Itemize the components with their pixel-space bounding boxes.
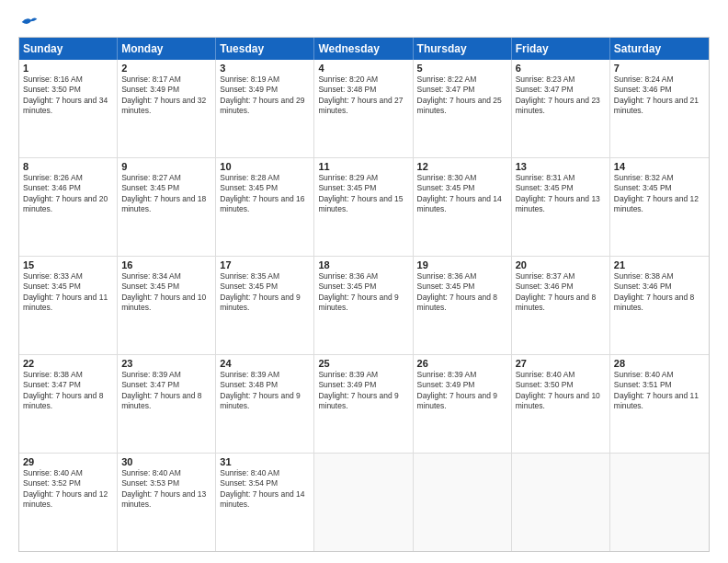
- day-number: 25: [318, 358, 408, 369]
- cal-week-2: 8Sunrise: 8:26 AMSunset: 3:46 PMDaylight…: [19, 158, 709, 257]
- cal-cell-day-5: 5Sunrise: 8:22 AMSunset: 3:47 PMDaylight…: [414, 60, 512, 157]
- cell-info: Sunrise: 8:39 AMSunset: 3:49 PMDaylight:…: [318, 370, 408, 412]
- logo-text: [18, 15, 39, 29]
- cal-cell-day-7: 7Sunrise: 8:24 AMSunset: 3:46 PMDaylight…: [610, 60, 709, 157]
- cell-info: Sunrise: 8:22 AMSunset: 3:47 PMDaylight:…: [417, 75, 507, 117]
- cal-header-monday: Monday: [118, 38, 216, 60]
- cal-cell-day-23: 23Sunrise: 8:39 AMSunset: 3:47 PMDayligh…: [118, 355, 216, 453]
- day-number: 15: [23, 259, 113, 270]
- day-number: 10: [220, 161, 310, 172]
- cell-info: Sunrise: 8:30 AMSunset: 3:45 PMDaylight:…: [417, 173, 507, 215]
- cell-info: Sunrise: 8:29 AMSunset: 3:45 PMDaylight:…: [318, 173, 408, 215]
- cell-info: Sunrise: 8:38 AMSunset: 3:46 PMDaylight:…: [614, 271, 705, 314]
- cell-info: Sunrise: 8:40 AMSunset: 3:52 PMDaylight:…: [23, 468, 113, 511]
- cal-cell-day-9: 9Sunrise: 8:27 AMSunset: 3:45 PMDaylight…: [118, 158, 216, 256]
- cal-cell-day-18: 18Sunrise: 8:36 AMSunset: 3:45 PMDayligh…: [314, 257, 413, 354]
- cal-cell-empty: [314, 454, 413, 551]
- cell-info: Sunrise: 8:38 AMSunset: 3:47 PMDaylight:…: [23, 370, 113, 412]
- cal-cell-day-12: 12Sunrise: 8:30 AMSunset: 3:45 PMDayligh…: [414, 158, 512, 256]
- cal-cell-day-22: 22Sunrise: 8:38 AMSunset: 3:47 PMDayligh…: [19, 355, 118, 453]
- cal-header-sunday: Sunday: [19, 38, 118, 60]
- logo: [18, 15, 39, 29]
- cal-cell-day-20: 20Sunrise: 8:37 AMSunset: 3:46 PMDayligh…: [512, 257, 610, 354]
- day-number: 30: [121, 456, 211, 467]
- day-number: 24: [220, 358, 310, 369]
- cal-header-friday: Friday: [512, 38, 610, 60]
- cell-info: Sunrise: 8:19 AMSunset: 3:49 PMDaylight:…: [220, 75, 310, 117]
- day-number: 2: [121, 63, 211, 74]
- cell-info: Sunrise: 8:35 AMSunset: 3:45 PMDaylight:…: [220, 271, 310, 314]
- day-number: 16: [121, 259, 211, 270]
- cal-cell-day-24: 24Sunrise: 8:39 AMSunset: 3:48 PMDayligh…: [216, 355, 314, 453]
- day-number: 19: [417, 259, 507, 270]
- cell-info: Sunrise: 8:39 AMSunset: 3:47 PMDaylight:…: [121, 370, 211, 412]
- day-number: 31: [220, 456, 310, 467]
- cal-cell-day-26: 26Sunrise: 8:39 AMSunset: 3:49 PMDayligh…: [414, 355, 512, 453]
- day-number: 27: [516, 358, 606, 369]
- cell-info: Sunrise: 8:16 AMSunset: 3:50 PMDaylight:…: [23, 75, 113, 117]
- cal-cell-empty: [414, 454, 512, 551]
- day-number: 14: [614, 161, 705, 172]
- cell-info: Sunrise: 8:36 AMSunset: 3:45 PMDaylight:…: [417, 271, 507, 314]
- day-number: 1: [23, 63, 113, 74]
- cell-info: Sunrise: 8:40 AMSunset: 3:50 PMDaylight:…: [516, 370, 606, 412]
- cal-cell-day-25: 25Sunrise: 8:39 AMSunset: 3:49 PMDayligh…: [314, 355, 413, 453]
- day-number: 20: [516, 259, 606, 270]
- day-number: 17: [220, 259, 310, 270]
- day-number: 7: [614, 63, 705, 74]
- day-number: 3: [220, 63, 310, 74]
- cal-cell-day-14: 14Sunrise: 8:32 AMSunset: 3:45 PMDayligh…: [610, 158, 709, 256]
- calendar-header: SundayMondayTuesdayWednesdayThursdayFrid…: [19, 38, 709, 60]
- cal-cell-empty: [610, 454, 709, 551]
- cal-header-tuesday: Tuesday: [216, 38, 314, 60]
- cell-info: Sunrise: 8:31 AMSunset: 3:45 PMDaylight:…: [516, 173, 606, 215]
- cal-cell-day-19: 19Sunrise: 8:36 AMSunset: 3:45 PMDayligh…: [414, 257, 512, 354]
- day-number: 21: [614, 259, 705, 270]
- cal-cell-day-3: 3Sunrise: 8:19 AMSunset: 3:49 PMDaylight…: [216, 60, 314, 157]
- cal-week-4: 22Sunrise: 8:38 AMSunset: 3:47 PMDayligh…: [19, 355, 709, 454]
- day-number: 18: [318, 259, 408, 270]
- cal-cell-day-2: 2Sunrise: 8:17 AMSunset: 3:49 PMDaylight…: [118, 60, 216, 157]
- cal-cell-day-17: 17Sunrise: 8:35 AMSunset: 3:45 PMDayligh…: [216, 257, 314, 354]
- day-number: 5: [417, 63, 507, 74]
- cell-info: Sunrise: 8:33 AMSunset: 3:45 PMDaylight:…: [23, 271, 113, 314]
- day-number: 23: [121, 358, 211, 369]
- day-number: 8: [23, 161, 113, 172]
- cal-cell-day-31: 31Sunrise: 8:40 AMSunset: 3:54 PMDayligh…: [216, 454, 314, 551]
- day-number: 13: [516, 161, 606, 172]
- cal-cell-day-4: 4Sunrise: 8:20 AMSunset: 3:48 PMDaylight…: [314, 60, 413, 157]
- calendar-body: 1Sunrise: 8:16 AMSunset: 3:50 PMDaylight…: [19, 60, 709, 551]
- cal-week-1: 1Sunrise: 8:16 AMSunset: 3:50 PMDaylight…: [19, 60, 709, 158]
- cell-info: Sunrise: 8:20 AMSunset: 3:48 PMDaylight:…: [318, 75, 408, 117]
- cal-cell-empty: [512, 454, 610, 551]
- day-number: 11: [318, 161, 408, 172]
- cell-info: Sunrise: 8:23 AMSunset: 3:47 PMDaylight:…: [516, 75, 606, 117]
- cell-info: Sunrise: 8:40 AMSunset: 3:51 PMDaylight:…: [614, 370, 705, 412]
- cell-info: Sunrise: 8:26 AMSunset: 3:46 PMDaylight:…: [23, 173, 113, 215]
- cal-cell-day-15: 15Sunrise: 8:33 AMSunset: 3:45 PMDayligh…: [19, 257, 118, 354]
- cal-cell-day-6: 6Sunrise: 8:23 AMSunset: 3:47 PMDaylight…: [512, 60, 610, 157]
- logo-bird-icon: [20, 15, 39, 29]
- day-number: 29: [23, 456, 113, 467]
- cal-cell-day-11: 11Sunrise: 8:29 AMSunset: 3:45 PMDayligh…: [314, 158, 413, 256]
- cell-info: Sunrise: 8:40 AMSunset: 3:53 PMDaylight:…: [121, 468, 211, 511]
- cell-info: Sunrise: 8:36 AMSunset: 3:45 PMDaylight:…: [318, 271, 408, 314]
- cell-info: Sunrise: 8:27 AMSunset: 3:45 PMDaylight:…: [121, 173, 211, 215]
- cal-cell-day-1: 1Sunrise: 8:16 AMSunset: 3:50 PMDaylight…: [19, 60, 118, 157]
- cell-info: Sunrise: 8:37 AMSunset: 3:46 PMDaylight:…: [516, 271, 606, 314]
- cal-cell-day-21: 21Sunrise: 8:38 AMSunset: 3:46 PMDayligh…: [610, 257, 709, 354]
- cal-cell-day-28: 28Sunrise: 8:40 AMSunset: 3:51 PMDayligh…: [610, 355, 709, 453]
- cell-info: Sunrise: 8:39 AMSunset: 3:48 PMDaylight:…: [220, 370, 310, 412]
- day-number: 4: [318, 63, 408, 74]
- cal-cell-day-8: 8Sunrise: 8:26 AMSunset: 3:46 PMDaylight…: [19, 158, 118, 256]
- cell-info: Sunrise: 8:40 AMSunset: 3:54 PMDaylight:…: [220, 468, 310, 511]
- cal-week-3: 15Sunrise: 8:33 AMSunset: 3:45 PMDayligh…: [19, 257, 709, 355]
- cal-cell-day-16: 16Sunrise: 8:34 AMSunset: 3:45 PMDayligh…: [118, 257, 216, 354]
- cell-info: Sunrise: 8:32 AMSunset: 3:45 PMDaylight:…: [614, 173, 705, 215]
- cell-info: Sunrise: 8:34 AMSunset: 3:45 PMDaylight:…: [121, 271, 211, 314]
- day-number: 28: [614, 358, 705, 369]
- day-number: 12: [417, 161, 507, 172]
- cal-header-saturday: Saturday: [610, 38, 709, 60]
- cell-info: Sunrise: 8:28 AMSunset: 3:45 PMDaylight:…: [220, 173, 310, 215]
- cell-info: Sunrise: 8:24 AMSunset: 3:46 PMDaylight:…: [614, 75, 705, 117]
